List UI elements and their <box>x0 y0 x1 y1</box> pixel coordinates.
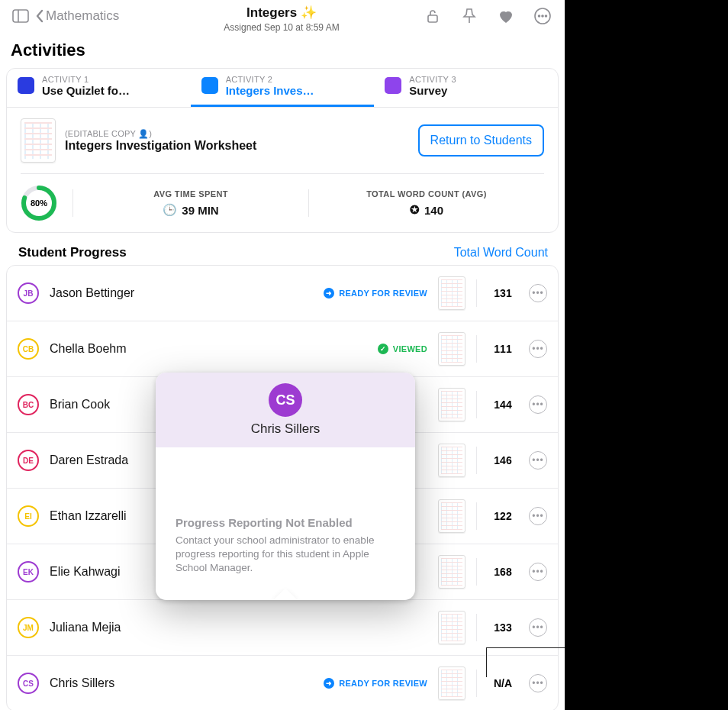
word-count: 144 <box>488 399 518 411</box>
avatar: CB <box>18 338 39 360</box>
popover-name: Chris Sillers <box>163 421 407 437</box>
word-count: 131 <box>488 287 518 299</box>
tab-a2[interactable]: ACTIVITY 2 Integers Investi… <box>191 69 375 107</box>
words-value: 140 <box>424 204 443 217</box>
row-more-button[interactable]: ••• <box>529 395 547 414</box>
avatar: JM <box>18 617 39 638</box>
doc-thumbnail[interactable] <box>438 276 465 310</box>
doc-thumbnail[interactable] <box>438 388 465 421</box>
page-subtitle: Assigned Sep 10 at 8:59 AM <box>224 22 339 33</box>
doc-thumbnail[interactable] <box>438 332 465 366</box>
assignment-title: Integers Investigation Worksheet <box>65 139 256 153</box>
word-count: 168 <box>488 566 518 578</box>
avatar: EK <box>18 561 39 583</box>
tab-name: Integers Investi… <box>226 84 317 97</box>
app-window: Mathematics Integers ✨ Assigned Sep 10 a… <box>0 0 565 710</box>
svg-point-6 <box>542 15 543 17</box>
clock-icon: 🕒 <box>163 203 177 217</box>
avatar: BC <box>18 394 39 415</box>
badge-icon: ✪ <box>410 203 420 217</box>
more-icon[interactable] <box>531 5 554 27</box>
tab-label: ACTIVITY 3 <box>409 75 501 84</box>
activity-tabs: ACTIVITY 1 Use Quizlet for… ACTIVITY 2 I… <box>7 69 558 108</box>
separator <box>476 391 477 418</box>
row-more-button[interactable]: ••• <box>529 284 547 302</box>
avatar: DE <box>18 450 39 471</box>
student-progress-header: Student Progress Total Word Count <box>0 233 565 265</box>
word-count: 133 <box>488 621 518 634</box>
sort-link[interactable]: Total Word Count <box>454 246 548 260</box>
row-more-button[interactable]: ••• <box>529 618 547 637</box>
worksheet-thumbnail[interactable] <box>21 118 56 163</box>
popover-body: Contact your school administrator to ena… <box>176 534 395 576</box>
word-count: N/A <box>488 677 518 689</box>
student-name: Daren Estrada <box>50 453 128 467</box>
row-more-button[interactable]: ••• <box>529 507 547 525</box>
separator <box>476 614 477 641</box>
status-viewed: ✓VIEWED <box>378 344 427 354</box>
word-count: 146 <box>488 454 518 466</box>
tab-label: ACTIVITY 2 <box>226 75 317 84</box>
page-title: Integers ✨ <box>224 5 339 21</box>
student-popover: CS Chris Sillers Progress Reporting Not … <box>156 373 415 600</box>
row-more-button[interactable]: ••• <box>529 451 547 470</box>
section-title: Activities <box>0 36 565 68</box>
heart-icon[interactable] <box>494 5 517 27</box>
doc-thumbnail[interactable] <box>438 499 465 533</box>
table-row[interactable]: JM Juliana Mejia 133 ••• <box>7 600 558 656</box>
pin-icon[interactable] <box>458 5 481 27</box>
progress-ring: 80% <box>21 185 57 221</box>
separator <box>476 558 477 586</box>
back-button[interactable]: Mathematics <box>35 5 119 27</box>
back-label: Mathematics <box>46 8 119 24</box>
student-name: Chella Boehm <box>50 342 127 356</box>
table-row[interactable]: CB Chella Boehm ✓VIEWED 111 ••• <box>7 321 558 377</box>
doc-thumbnail[interactable] <box>438 611 465 644</box>
doc-thumbnail[interactable] <box>438 444 465 477</box>
separator <box>476 447 477 474</box>
tab-name: Survey <box>409 84 501 97</box>
table-row[interactable]: CS Chris Sillers ➜READY FOR REVIEW N/A •… <box>7 656 558 710</box>
time-value: 39 MIN <box>182 204 218 217</box>
status-ready: ➜READY FOR REVIEW <box>324 678 427 689</box>
separator <box>476 670 477 697</box>
student-progress-title: Student Progress <box>18 245 127 260</box>
row-more-button[interactable]: ••• <box>529 340 547 358</box>
assignment-header: (EDITABLE COPY 👤) Integers Investigation… <box>7 108 558 173</box>
avatar: EI <box>18 505 39 527</box>
svg-rect-0 <box>13 10 28 22</box>
avatar: CS <box>18 673 39 694</box>
row-more-button[interactable]: ••• <box>529 563 547 581</box>
sidebar-icon[interactable] <box>9 5 32 27</box>
words-label: TOTAL WORD COUNT (AVG) <box>315 189 538 198</box>
tab-a1[interactable]: ACTIVITY 1 Use Quizlet for… <box>7 69 191 107</box>
lock-icon[interactable] <box>421 5 444 27</box>
doc-thumbnail[interactable] <box>438 555 465 589</box>
status-ready: ➜READY FOR REVIEW <box>324 288 427 299</box>
separator <box>476 502 477 530</box>
tab-a3[interactable]: ACTIVITY 3 Survey <box>374 69 558 107</box>
student-name: Brian Cook <box>50 398 110 411</box>
student-name: Juliana Mejia <box>50 621 121 634</box>
separator <box>476 335 477 363</box>
separator <box>476 279 477 307</box>
student-name: Chris Sillers <box>50 676 114 690</box>
popover-heading: Progress Reporting Not Enabled <box>176 516 395 529</box>
callout-line <box>486 647 565 648</box>
avatar: JB <box>18 282 39 304</box>
student-name: Elie Kahwagi <box>50 565 121 579</box>
word-count: 122 <box>488 510 518 522</box>
word-count: 111 <box>488 343 518 355</box>
svg-point-7 <box>546 15 547 17</box>
return-to-students-button[interactable]: Return to Students <box>418 124 544 157</box>
tab-label: ACTIVITY 1 <box>42 75 134 84</box>
doc-thumbnail[interactable] <box>438 666 465 700</box>
row-more-button[interactable]: ••• <box>529 674 547 692</box>
stats-row: 80% AVG TIME SPENT 🕒39 MIN TOTAL WORD CO… <box>21 173 544 232</box>
svg-rect-2 <box>428 15 437 22</box>
svg-point-5 <box>539 15 540 17</box>
table-row[interactable]: JB Jason Bettinger ➜READY FOR REVIEW 131… <box>7 266 558 321</box>
activity-icon <box>18 77 34 94</box>
progress-pct: 80% <box>31 198 47 208</box>
time-label: AVG TIME SPENT <box>79 189 302 198</box>
